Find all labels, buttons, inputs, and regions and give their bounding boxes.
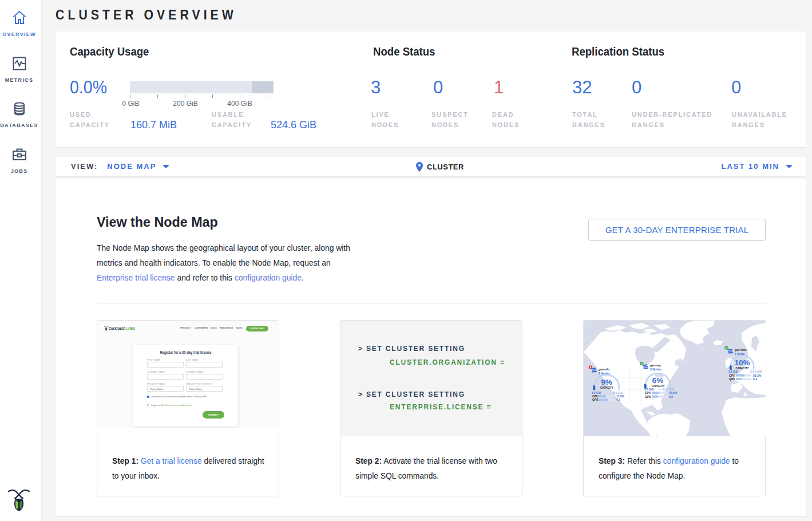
svg-text:geo=ams: geo=ams: [735, 348, 747, 352]
svg-text:QPS: QPS: [645, 395, 651, 398]
svg-text:2 Nodes: 2 Nodes: [650, 368, 662, 371]
svg-text:3.6 GiB: 3.6 GiB: [728, 370, 738, 373]
svg-text:9%: 9%: [601, 378, 612, 386]
svg-text:10%: 10%: [734, 358, 750, 367]
svg-text:QPS: QPS: [729, 377, 735, 381]
svg-text:3.2 GiB: 3.2 GiB: [592, 391, 601, 394]
svg-text:4.7: 4.7: [616, 398, 620, 401]
svg-text:geo=sfo: geo=sfo: [599, 368, 610, 371]
svg-text:QPS: QPS: [592, 398, 599, 401]
svg-text:CPU: CPU: [729, 374, 735, 377]
svg-text:0.0: 0.0: [669, 395, 673, 398]
svg-text:CAPACITY: CAPACITY: [600, 386, 613, 389]
svg-text:CPU: CPU: [592, 394, 599, 398]
svg-text:6%: 6%: [652, 376, 664, 385]
svg-text:3.7 GiB: 3.7 GiB: [644, 388, 653, 391]
svg-text:58.3%: 58.3%: [753, 374, 762, 377]
svg-text:45.7 GiB: 45.7 GiB: [662, 388, 674, 391]
svg-text:34.4 GiB: 34.4 GiB: [750, 370, 762, 373]
svg-text:11.0%: 11.0%: [616, 394, 624, 398]
svg-text:CPU: CPU: [645, 391, 651, 394]
svg-text:42.5%: 42.5%: [669, 391, 678, 394]
svg-text:0.4: 0.4: [753, 377, 757, 381]
svg-text:351 GiB: 351 GiB: [612, 391, 623, 394]
svg-text:geo=nyc: geo=nyc: [650, 364, 662, 367]
